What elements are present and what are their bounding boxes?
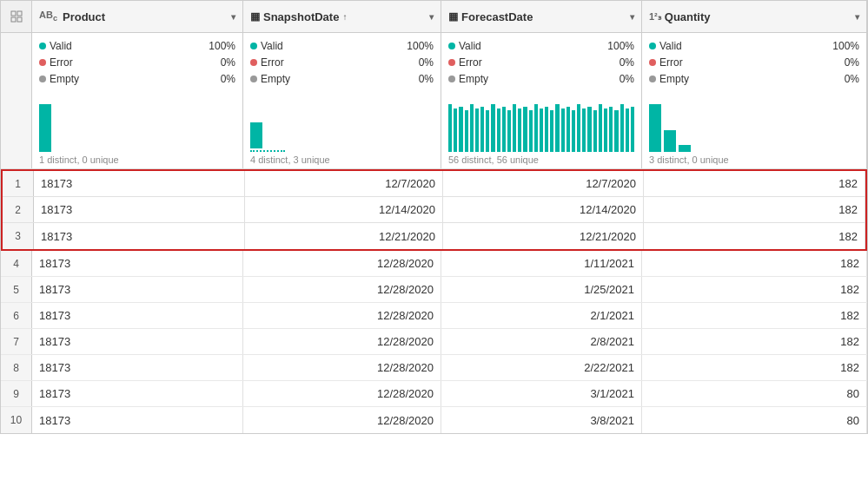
forecast-error-pct: 0% (620, 55, 634, 70)
stats-row-num (1, 33, 32, 168)
row-number: 9 (1, 381, 32, 406)
grid-icon (10, 10, 23, 23)
table-row: 7 18173 12/28/2020 2/8/2021 182 (1, 329, 867, 355)
product-empty-label: Empty (50, 71, 79, 87)
table-row: 10 18173 12/28/2020 3/8/2021 80 (1, 407, 867, 433)
product-empty-dot (39, 76, 46, 82)
svg-rect-0 (11, 11, 16, 16)
product-stats: Valid 100% Error 0% Empty 0% (32, 33, 243, 168)
svg-rect-2 (11, 17, 16, 22)
snapshot-col-label: SnapshotDate (263, 10, 339, 23)
table-row: 3 18173 12/21/2020 12/21/2020 182 (3, 223, 865, 249)
product-type-icon: ABc (39, 10, 57, 23)
forecast-empty-dot (448, 76, 455, 82)
forecast-empty-label: Empty (459, 71, 488, 87)
quantity-bar-1 (649, 104, 661, 152)
row-2-snapshot: 12/14/2020 (245, 197, 443, 222)
table-row: 5 18173 12/28/2020 1/25/2021 182 (1, 277, 867, 303)
snapshot-valid-dot (250, 43, 257, 49)
forecast-type-icon: ▦ (448, 10, 458, 23)
row-8-product: 18173 (32, 355, 243, 380)
row-4-snapshot: 12/28/2020 (243, 251, 441, 276)
snapshot-dotted-line (250, 150, 285, 152)
snapshot-empty-dot (250, 76, 257, 82)
forecast-valid-label: Valid (459, 38, 481, 54)
product-empty-line: Empty 0% (39, 71, 235, 87)
row-10-quantity: 80 (642, 407, 867, 433)
row-5-product: 18173 (32, 277, 243, 302)
snapshot-bar (250, 122, 262, 148)
product-valid-pct: 100% (209, 38, 235, 54)
quantity-empty-label: Empty (659, 71, 689, 87)
forecast-bar-1 (448, 104, 452, 152)
table-row: 2 18173 12/14/2020 12/14/2020 182 (3, 197, 865, 223)
data-rows-container: 1 18173 12/7/2020 12/7/2020 182 2 18173 … (1, 169, 867, 433)
quantity-col-label: Quantity (665, 10, 711, 23)
row-9-quantity: 80 (642, 381, 867, 406)
forecast-col-dropdown[interactable]: ▾ (630, 12, 634, 22)
quantity-type-icon: 1²₃ (649, 11, 661, 23)
quantity-error-label: Error (659, 55, 683, 70)
row-10-product: 18173 (32, 407, 243, 433)
svg-rect-1 (17, 11, 22, 16)
forecast-bar-area (448, 91, 634, 152)
row-1-quantity: 182 (644, 171, 865, 196)
snapshot-stats: Valid 100% Error 0% Empty 0% (243, 33, 441, 168)
row-7-product: 18173 (32, 329, 243, 354)
snapshot-bar-area (250, 91, 434, 152)
col-header-snapshotdate[interactable]: ▦ SnapshotDate ↑ ▾ (243, 1, 441, 32)
product-error-dot (39, 59, 46, 66)
row-number: 7 (1, 329, 32, 354)
forecast-empty-line: Empty 0% (448, 71, 634, 87)
row-3-snapshot: 12/21/2020 (245, 223, 443, 249)
snapshot-empty-label: Empty (261, 71, 290, 87)
column-header-row: ABc Product ▾ ▦ SnapshotDate ↑ ▾ ▦ Forec… (1, 1, 867, 33)
product-col-dropdown[interactable]: ▾ (231, 12, 235, 22)
product-empty-pct: 0% (221, 71, 235, 87)
quantity-col-dropdown[interactable]: ▾ (855, 12, 859, 22)
col-header-product[interactable]: ABc Product ▾ (32, 1, 243, 32)
forecast-valid-dot (448, 43, 455, 49)
row-8-quantity: 182 (642, 355, 867, 380)
row-number: 2 (3, 197, 34, 222)
row-8-snapshot: 12/28/2020 (243, 355, 441, 380)
snapshot-valid-label: Valid (261, 38, 283, 54)
product-distinct-label: 1 distinct, 0 unique (39, 155, 235, 165)
forecast-valid-pct: 100% (607, 38, 634, 54)
row-10-forecast: 3/8/2021 (441, 407, 642, 433)
table-row: 6 18173 12/28/2020 2/1/2021 182 (1, 303, 867, 329)
quantity-valid-pct: 100% (832, 38, 859, 54)
svg-rect-3 (17, 17, 22, 22)
row-1-forecast: 12/7/2020 (443, 171, 644, 196)
table-row: 4 18173 12/28/2020 1/11/2021 182 (1, 251, 867, 277)
row-number: 3 (3, 223, 34, 249)
row-10-snapshot: 12/28/2020 (243, 407, 441, 433)
row-6-quantity: 182 (642, 303, 867, 328)
row-5-forecast: 1/25/2021 (441, 277, 642, 302)
quantity-valid-line: Valid 100% (649, 38, 859, 54)
quantity-valid-dot (649, 43, 656, 49)
row-7-quantity: 182 (642, 329, 867, 354)
forecast-error-line: Error 0% (448, 55, 634, 70)
quantity-error-pct: 0% (845, 55, 859, 70)
col-header-quantity[interactable]: 1²₃ Quantity ▾ (642, 1, 867, 32)
product-valid-dot (39, 43, 46, 49)
forecast-stats: Valid 100% Error 0% Empty 0% (441, 33, 642, 168)
forecast-error-dot (448, 59, 455, 66)
snapshot-empty-pct: 0% (419, 71, 434, 87)
row-number: 6 (1, 303, 32, 328)
forecast-col-label: ForecastDate (461, 10, 533, 23)
row-2-product: 18173 (34, 197, 245, 222)
row-2-quantity: 182 (644, 197, 865, 222)
quantity-error-dot (649, 59, 656, 66)
product-valid-line: Valid 100% (39, 38, 235, 54)
col-header-forecastdate[interactable]: ▦ ForecastDate ▾ (441, 1, 642, 32)
quantity-valid-label: Valid (659, 38, 682, 54)
row-9-product: 18173 (32, 381, 243, 406)
row-number: 4 (1, 251, 32, 276)
snapshot-valid-line: Valid 100% (250, 38, 434, 54)
quantity-empty-pct: 0% (845, 71, 859, 87)
row-1-snapshot: 12/7/2020 (245, 171, 443, 196)
snapshot-col-dropdown[interactable]: ▾ (429, 12, 434, 22)
quantity-bar-2 (664, 130, 676, 152)
